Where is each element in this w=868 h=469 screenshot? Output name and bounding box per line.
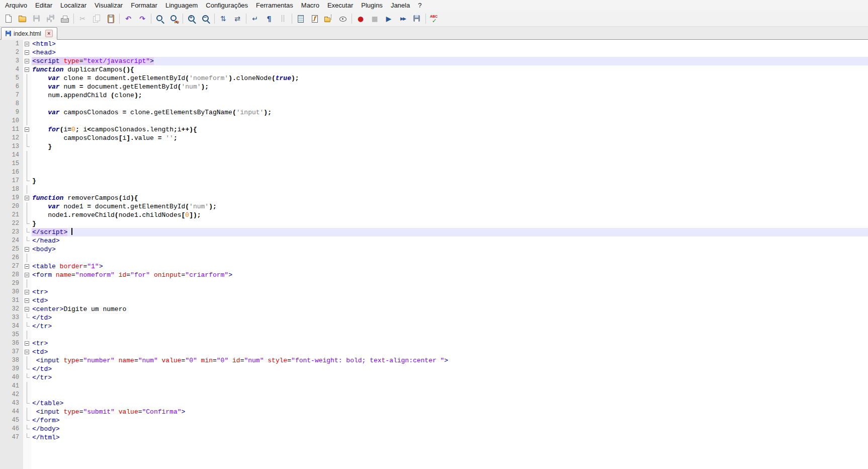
code-line-17[interactable]: 17} xyxy=(0,177,868,185)
code-line-21[interactable]: 21 node1.removeChild(node1.childNodes[0]… xyxy=(0,211,868,219)
word-wrap-button[interactable]: ↵ xyxy=(248,12,262,26)
open-file-button[interactable] xyxy=(16,12,30,26)
fold-toggle[interactable] xyxy=(23,262,31,271)
code-line-30[interactable]: 30<tr> xyxy=(0,288,868,296)
fold-toggle[interactable] xyxy=(23,296,31,305)
fold-toggle[interactable] xyxy=(23,48,31,57)
document-map-button[interactable] xyxy=(294,12,308,26)
macro-run-multiple-button[interactable]: ▶▶ xyxy=(396,12,410,26)
code-line-15[interactable]: 15 xyxy=(0,160,868,168)
zoom-in-button[interactable]: + xyxy=(185,12,199,26)
fold-collapse-icon[interactable] xyxy=(25,67,29,72)
fold-collapse-icon[interactable] xyxy=(25,298,29,303)
code-line-16[interactable]: 16 xyxy=(0,168,868,177)
code-line-8[interactable]: 8 xyxy=(0,100,868,108)
code-line-28[interactable]: 28<form name="nomeform" id="for" oninput… xyxy=(0,271,868,279)
menu-linguagem[interactable]: Linguagem xyxy=(161,0,202,11)
code-line-35[interactable]: 35 xyxy=(0,331,868,339)
fold-collapse-icon[interactable] xyxy=(25,273,29,277)
code-line-27[interactable]: 27<table border="1"> xyxy=(0,262,868,271)
code-line-34[interactable]: 34</tr> xyxy=(0,322,868,331)
code-line-19[interactable]: 19function removerCampos(id){ xyxy=(0,194,868,202)
menu-executar[interactable]: Executar xyxy=(323,0,357,11)
show-all-characters-button[interactable]: ¶ xyxy=(262,12,276,26)
code-line-25[interactable]: 25<body> xyxy=(0,245,868,254)
code-line-31[interactable]: 31<td> xyxy=(0,296,868,305)
editor[interactable]: 1<html>2<head>3<script type="text/javasc… xyxy=(0,40,868,469)
code-line-18[interactable]: 18 xyxy=(0,185,868,194)
code-line-5[interactable]: 5 var clone = document.getElementById('n… xyxy=(0,74,868,83)
indentation-guide-button[interactable] xyxy=(276,12,290,26)
fold-toggle[interactable] xyxy=(23,194,31,202)
code-line-36[interactable]: 36<tr> xyxy=(0,339,868,348)
fold-toggle[interactable] xyxy=(23,245,31,254)
fold-toggle[interactable] xyxy=(23,40,31,48)
zoom-out-button[interactable]: − xyxy=(199,12,213,26)
code-line-22[interactable]: 22} xyxy=(0,219,868,228)
code-line-44[interactable]: 44 <input type="submit" value="Confirma"… xyxy=(0,408,868,416)
menu-help[interactable]: ? xyxy=(414,0,425,11)
code-line-46[interactable]: 46</body> xyxy=(0,425,868,433)
code-line-32[interactable]: 32<center>Digite um numero xyxy=(0,305,868,314)
code-line-3[interactable]: 3<script type="text/javascript"> xyxy=(0,57,868,65)
macro-save-button[interactable] xyxy=(410,12,424,26)
replace-button[interactable]: ab xyxy=(167,12,181,26)
menu-ferramentas[interactable]: Ferramentas xyxy=(252,0,297,11)
fold-collapse-icon[interactable] xyxy=(25,127,29,132)
code-line-43[interactable]: 43</table> xyxy=(0,399,868,408)
code-line-6[interactable]: 6 var num = document.getElementById('num… xyxy=(0,83,868,91)
code-line-4[interactable]: 4function duplicarCampos(){ xyxy=(0,65,868,74)
macro-play-button[interactable]: ▶ xyxy=(382,12,396,26)
code-line-41[interactable]: 41 xyxy=(0,382,868,390)
paste-button[interactable] xyxy=(104,12,118,26)
menu-macro[interactable]: Macro xyxy=(297,0,323,11)
fold-toggle[interactable] xyxy=(23,57,31,65)
code-line-37[interactable]: 37<td> xyxy=(0,348,868,356)
fold-toggle[interactable] xyxy=(23,271,31,279)
code-line-20[interactable]: 20 var node1 = document.getElementById('… xyxy=(0,202,868,211)
fold-collapse-icon[interactable] xyxy=(25,196,29,200)
code-line-13[interactable]: 13 } xyxy=(0,142,868,151)
tab-close-icon[interactable] xyxy=(45,30,53,37)
code-line-1[interactable]: 1<html> xyxy=(0,40,868,48)
code-line-40[interactable]: 40</tr> xyxy=(0,373,868,382)
spell-check-button[interactable]: ABC✓ xyxy=(427,12,442,26)
menu-visualizar[interactable]: Visualizar xyxy=(91,0,127,11)
fold-collapse-icon[interactable] xyxy=(25,264,29,269)
undo-button[interactable]: ↶ xyxy=(121,12,135,26)
code-line-11[interactable]: 11 for(i=0; i<camposClonados.length;i++)… xyxy=(0,125,868,134)
menu-localizar[interactable]: Localizar xyxy=(56,0,91,11)
menu-formatar[interactable]: Formatar xyxy=(127,0,161,11)
find-button[interactable] xyxy=(153,12,167,26)
sync-vertical-button[interactable]: ⇅ xyxy=(216,12,230,26)
tab-index-html[interactable]: index.html xyxy=(1,27,57,40)
fold-collapse-icon[interactable] xyxy=(25,50,29,55)
code-line-26[interactable]: 26 xyxy=(0,254,868,262)
code-line-10[interactable]: 10 xyxy=(0,117,868,125)
function-list-button[interactable]: ƒ xyxy=(308,12,322,26)
code-line-47[interactable]: 47</html> xyxy=(0,433,868,442)
folder-as-workspace-button[interactable] xyxy=(322,12,336,26)
code-line-7[interactable]: 7 num.appendChild (clone); xyxy=(0,91,868,100)
fold-toggle[interactable] xyxy=(23,305,31,314)
fold-collapse-icon[interactable] xyxy=(25,341,29,346)
fold-collapse-icon[interactable] xyxy=(25,59,29,63)
fold-toggle[interactable] xyxy=(23,65,31,74)
code-line-45[interactable]: 45</form> xyxy=(0,416,868,425)
menu-janela[interactable]: Janela xyxy=(387,0,414,11)
fold-collapse-icon[interactable] xyxy=(25,42,29,46)
code-line-42[interactable]: 42 xyxy=(0,390,868,399)
new-file-button[interactable] xyxy=(2,12,16,26)
code-line-9[interactable]: 9 var camposClonados = clone.getElements… xyxy=(0,108,868,117)
macro-record-button[interactable]: ● xyxy=(354,12,368,26)
redo-button[interactable]: ↷ xyxy=(135,12,149,26)
menu-configuracoes[interactable]: Configurações xyxy=(202,0,252,11)
fold-collapse-icon[interactable] xyxy=(25,290,29,294)
code-line-23[interactable]: 23</script> xyxy=(0,228,868,237)
code-line-14[interactable]: 14 xyxy=(0,151,868,160)
fold-toggle[interactable] xyxy=(23,125,31,134)
menu-editar[interactable]: Editar xyxy=(31,0,56,11)
code-line-24[interactable]: 24</head> xyxy=(0,237,868,245)
menu-arquivo[interactable]: Arquivo xyxy=(1,0,31,11)
fold-collapse-icon[interactable] xyxy=(25,350,29,354)
